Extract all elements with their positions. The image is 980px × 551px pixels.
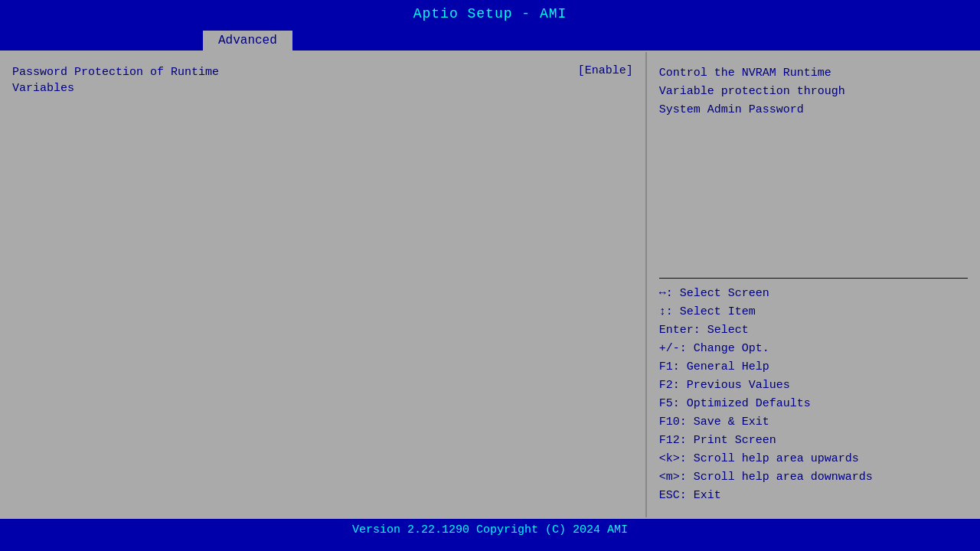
- key-esc: ESC: Exit: [659, 487, 968, 505]
- key-f12: F12: Print Screen: [659, 432, 968, 450]
- footer-text: Version 2.22.1290 Copyright (C) 2024 AMI: [352, 523, 628, 536]
- navigation-bar: Advanced: [0, 28, 980, 51]
- key-change-opt: +/-: Change Opt.: [659, 340, 968, 358]
- setting-row: Password Protection of RuntimeVariables …: [12, 64, 633, 96]
- footer: Version 2.22.1290 Copyright (C) 2024 AMI: [0, 517, 980, 541]
- key-select-screen: ↔: Select Screen: [659, 285, 968, 303]
- main-content: Password Protection of RuntimeVariables …: [0, 51, 980, 517]
- title-text: Aptio Setup - AMI: [413, 6, 567, 21]
- key-f5: F5: Optimized Defaults: [659, 395, 968, 413]
- key-m: <m>: Scroll help area downwards: [659, 468, 968, 487]
- tab-label: Advanced: [218, 34, 277, 47]
- help-description: Control the NVRAM Runtime Variable prote…: [659, 64, 968, 272]
- tab-advanced[interactable]: Advanced: [203, 31, 292, 51]
- key-f1: F1: General Help: [659, 358, 968, 377]
- key-f10: F10: Save & Exit: [659, 413, 968, 432]
- key-k: <k>: Scroll help area upwards: [659, 450, 968, 468]
- setting-label: Password Protection of RuntimeVariables: [12, 64, 219, 96]
- key-select-item: ↕: Select Item: [659, 303, 968, 321]
- key-bindings: ↔: Select Screen ↕: Select Item Enter: S…: [659, 285, 968, 505]
- app-title: Aptio Setup - AMI: [0, 0, 980, 28]
- key-enter: Enter: Select: [659, 321, 968, 340]
- help-panel: Control the NVRAM Runtime Variable prote…: [647, 52, 980, 517]
- help-divider: [659, 278, 968, 279]
- key-f2: F2: Previous Values: [659, 377, 968, 395]
- settings-panel: Password Protection of RuntimeVariables …: [0, 52, 647, 517]
- setting-value[interactable]: [Enable]: [578, 64, 633, 77]
